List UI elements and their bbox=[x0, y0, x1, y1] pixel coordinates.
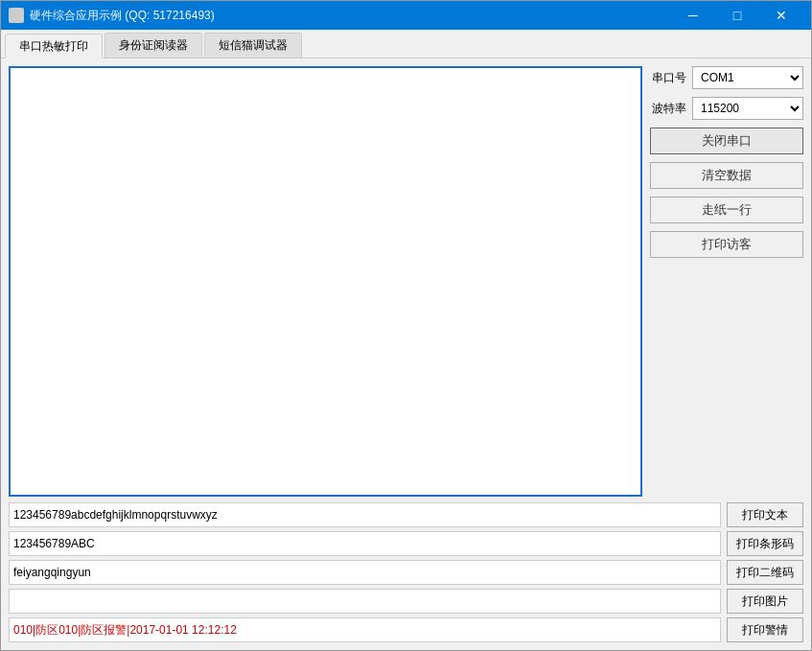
bottom-section: 打印文本 打印条形码 打印二维码 打印图片 打印警情 bbox=[9, 502, 803, 642]
port-select[interactable]: COM1 COM2 COM3 COM4 bbox=[692, 66, 803, 89]
baud-row: 波特率 9600 19200 38400 57600 115200 bbox=[650, 97, 803, 120]
text-input-0[interactable] bbox=[9, 502, 721, 527]
title-bar: 硬件综合应用示例 (QQ: 517216493) ─ □ ✕ bbox=[1, 1, 811, 30]
app-icon bbox=[9, 8, 24, 23]
app-window: 硬件综合应用示例 (QQ: 517216493) ─ □ ✕ 串口热敏打印 身份… bbox=[0, 0, 812, 651]
input-row-1: 打印条形码 bbox=[9, 531, 803, 556]
tab-serial-print[interactable]: 串口热敏打印 bbox=[5, 34, 103, 58]
close-button[interactable]: ✕ bbox=[759, 1, 803, 30]
main-content: 串口号 COM1 COM2 COM3 COM4 波特率 9600 19200 3… bbox=[1, 58, 811, 650]
port-row: 串口号 COM1 COM2 COM3 COM4 bbox=[650, 66, 803, 89]
baud-select[interactable]: 9600 19200 38400 57600 115200 bbox=[692, 97, 803, 120]
input-row-4: 打印警情 bbox=[9, 617, 803, 642]
window-title: 硬件综合应用示例 (QQ: 517216493) bbox=[30, 8, 671, 24]
text-input-4[interactable] bbox=[9, 617, 721, 642]
input-row-0: 打印文本 bbox=[9, 502, 803, 527]
print-qrcode-button[interactable]: 打印二维码 bbox=[727, 560, 803, 585]
text-input-2[interactable] bbox=[9, 560, 721, 585]
top-section: 串口号 COM1 COM2 COM3 COM4 波特率 9600 19200 3… bbox=[9, 66, 803, 497]
close-port-button[interactable]: 关闭串口 bbox=[650, 128, 803, 154]
text-input-1[interactable] bbox=[9, 531, 721, 556]
minimize-button[interactable]: ─ bbox=[671, 1, 715, 30]
print-barcode-button[interactable]: 打印条形码 bbox=[727, 531, 803, 556]
print-text-button[interactable]: 打印文本 bbox=[727, 502, 803, 527]
clear-data-button[interactable]: 清空数据 bbox=[650, 162, 803, 189]
tab-id-reader[interactable]: 身份证阅读器 bbox=[104, 33, 202, 58]
print-visitor-button[interactable]: 打印访客 bbox=[650, 231, 803, 258]
maximize-button[interactable]: □ bbox=[715, 1, 759, 30]
tabs-bar: 串口热敏打印 身份证阅读器 短信猫调试器 bbox=[1, 30, 811, 58]
input-row-2: 打印二维码 bbox=[9, 560, 803, 585]
print-image-button[interactable]: 打印图片 bbox=[727, 589, 803, 614]
serial-monitor bbox=[9, 66, 642, 497]
print-alert-button[interactable]: 打印警情 bbox=[727, 617, 803, 642]
input-row-3: 打印图片 bbox=[9, 589, 803, 614]
feed-line-button[interactable]: 走纸一行 bbox=[650, 197, 803, 223]
baud-label: 波特率 bbox=[650, 101, 686, 117]
text-input-3[interactable] bbox=[9, 589, 721, 614]
right-panel: 串口号 COM1 COM2 COM3 COM4 波特率 9600 19200 3… bbox=[650, 66, 803, 497]
window-controls: ─ □ ✕ bbox=[671, 1, 803, 30]
tab-sms-debugger[interactable]: 短信猫调试器 bbox=[204, 33, 302, 58]
port-label: 串口号 bbox=[650, 70, 686, 86]
